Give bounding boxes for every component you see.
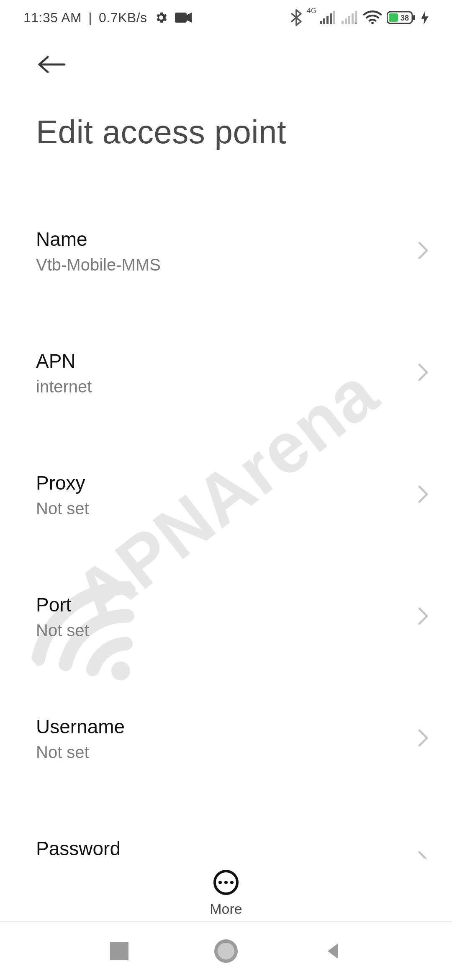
row-label: Username	[36, 715, 125, 738]
svg-rect-15	[413, 15, 415, 20]
row-value: Not set	[36, 621, 89, 640]
row-username[interactable]: Username Not set	[36, 700, 429, 777]
arrow-left-icon	[37, 54, 66, 76]
network-type-label: 4G	[307, 7, 316, 15]
svg-rect-8	[348, 16, 350, 24]
more-label: More	[210, 901, 242, 917]
bluetooth-icon	[291, 9, 302, 26]
row-apn[interactable]: APN internet	[36, 335, 429, 411]
row-label: Port	[36, 593, 89, 616]
chevron-right-icon	[418, 241, 429, 261]
charging-icon	[421, 10, 429, 25]
chevron-right-icon	[418, 851, 429, 859]
row-name[interactable]: Name Vtb-Mobile-MMS	[36, 213, 429, 289]
row-value: Not set	[36, 743, 125, 762]
svg-rect-5	[333, 11, 335, 24]
row-label: Password	[36, 837, 121, 859]
android-navbar	[0, 921, 452, 980]
status-time: 11:35 AM	[23, 10, 82, 26]
nav-recents-button[interactable]	[110, 942, 128, 960]
svg-rect-7	[345, 18, 347, 24]
svg-rect-3	[326, 16, 329, 24]
row-port[interactable]: Port Not set	[36, 578, 429, 655]
svg-rect-14	[389, 13, 398, 22]
camera-icon	[175, 12, 192, 23]
svg-text:×: ×	[354, 21, 357, 24]
row-value: Vtb-Mobile-MMS	[36, 255, 161, 274]
row-label: Name	[36, 228, 161, 250]
svg-text:38: 38	[401, 14, 409, 22]
more-button[interactable]	[213, 870, 239, 895]
chevron-right-icon	[418, 729, 429, 749]
chevron-right-icon	[418, 485, 429, 505]
row-label: APN	[36, 350, 92, 372]
row-value: Not set	[36, 499, 89, 518]
svg-rect-9	[352, 13, 354, 24]
status-netspeed: 0.7KB/s	[99, 10, 147, 26]
chevron-right-icon	[418, 363, 429, 383]
row-password[interactable]: Password Not set	[36, 822, 429, 859]
nav-home-button[interactable]	[214, 939, 238, 963]
page-title: Edit access point	[36, 113, 429, 151]
svg-rect-2	[323, 18, 325, 24]
svg-point-12	[371, 22, 374, 24]
status-bar: 11:35 AM | 0.7KB/s 4G ×	[0, 0, 452, 34]
svg-rect-1	[320, 21, 322, 24]
svg-rect-4	[330, 13, 332, 24]
signal-sim1-icon	[320, 11, 336, 24]
row-value: internet	[36, 377, 92, 396]
status-separator: |	[88, 10, 92, 26]
wifi-icon	[363, 10, 382, 25]
back-button[interactable]	[37, 49, 70, 82]
settings-list: Name Vtb-Mobile-MMS APN internet Proxy N…	[0, 168, 452, 859]
svg-rect-6	[342, 21, 344, 24]
row-proxy[interactable]: Proxy Not set	[36, 456, 429, 533]
battery-icon: 38	[387, 10, 416, 25]
more-icon	[213, 870, 239, 895]
signal-sim2-icon: ×	[342, 11, 358, 24]
svg-rect-0	[175, 13, 187, 23]
nav-back-button[interactable]	[324, 942, 342, 960]
row-label: Proxy	[36, 472, 89, 494]
gear-icon	[154, 10, 168, 25]
chevron-right-icon	[418, 607, 429, 627]
